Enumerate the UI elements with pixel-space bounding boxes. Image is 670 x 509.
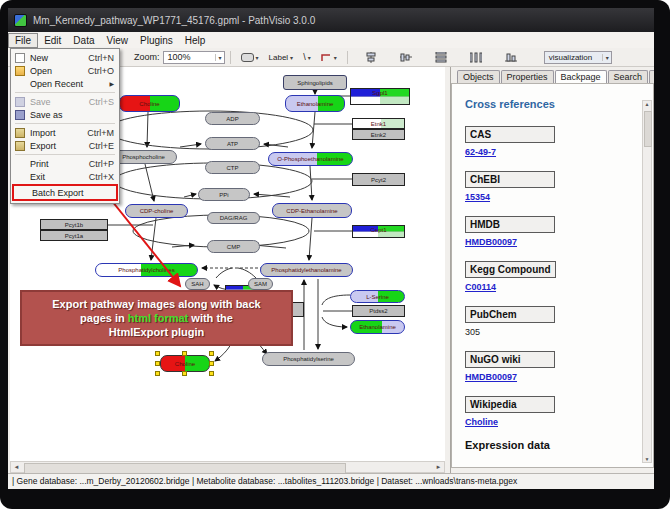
menu-item-import[interactable]: ImportCtrl+M bbox=[12, 126, 118, 139]
node-ethanolamine-2[interactable]: Ethanolamine bbox=[350, 320, 405, 334]
selection-handle[interactable] bbox=[182, 371, 187, 376]
node-cept1[interactable]: Cept1 bbox=[352, 225, 405, 238]
align-center-vertical-icon bbox=[365, 52, 377, 63]
chevron-down-icon[interactable]: ▾ bbox=[290, 54, 293, 61]
menu-view[interactable]: View bbox=[100, 34, 134, 47]
xref-link[interactable]: HMDB00097 bbox=[465, 237, 627, 247]
node-sah[interactable]: SAH bbox=[185, 278, 210, 290]
menu-item-open-recent[interactable]: Open Recent▶ bbox=[12, 77, 118, 90]
chevron-down-icon[interactable]: ▾ bbox=[256, 54, 259, 61]
distribute-horizontal-button[interactable] bbox=[466, 49, 486, 66]
node-cmp[interactable]: CMP bbox=[207, 240, 260, 253]
selection-handle[interactable] bbox=[155, 361, 160, 366]
annotation-line-3: HtmlExport plugin bbox=[22, 326, 291, 338]
node-phosphocholine[interactable]: Phosphocholine bbox=[110, 150, 177, 164]
backpage-section-kegg: Kegg Compound C00114 bbox=[465, 259, 627, 292]
menu-item-export[interactable]: ExportCtrl+E bbox=[12, 139, 118, 152]
backpage-section-chebi: ChEBI 15354 bbox=[465, 169, 627, 202]
xref-link[interactable]: 15354 bbox=[465, 192, 627, 202]
selection-handle[interactable] bbox=[182, 351, 187, 356]
node-ethanolamine[interactable]: Ethanolamine bbox=[285, 95, 345, 112]
chevron-down-icon[interactable]: ▾ bbox=[308, 54, 311, 61]
align-center-horizontal-button[interactable] bbox=[396, 49, 416, 66]
node-ppi[interactable]: PPi bbox=[198, 188, 250, 201]
menu-item-batch-export[interactable]: Batch Export bbox=[12, 184, 118, 201]
selection-handle[interactable] bbox=[209, 371, 214, 376]
node-ctp[interactable]: CTP bbox=[205, 161, 260, 174]
scroll-up-icon[interactable]: ▲ bbox=[645, 101, 650, 107]
chevron-down-icon[interactable]: ▾ bbox=[602, 54, 609, 61]
node-ptdss2[interactable]: Ptdss2 bbox=[352, 305, 405, 317]
chevron-down-icon[interactable]: ▾ bbox=[334, 54, 337, 61]
node-cdp-ethanolamine[interactable]: CDP-Ethanolamine bbox=[272, 203, 352, 218]
node-phosphatidylserine[interactable]: Phosphatidylserine bbox=[262, 352, 355, 366]
node-sam[interactable]: SAM bbox=[248, 278, 273, 290]
node-o-phosphoethanolamine[interactable]: O-Phosphoethanolamine bbox=[268, 152, 353, 166]
align-center-vertical-button[interactable] bbox=[361, 49, 381, 66]
line-tool-button[interactable]: \ ▾ bbox=[299, 49, 315, 66]
xref-link[interactable]: Choline bbox=[465, 417, 627, 427]
node-pcyt1b[interactable]: Pcyt1b bbox=[40, 219, 108, 230]
zoom-combobox[interactable]: 100% ▾ bbox=[163, 51, 225, 64]
backpage-heading: Cross references bbox=[465, 98, 627, 110]
node-pcyt2[interactable]: Pcyt2 bbox=[352, 173, 405, 186]
chevron-down-icon[interactable]: ▾ bbox=[215, 54, 222, 61]
menu-item-open[interactable]: OpenCtrl+O bbox=[12, 64, 118, 77]
node-dag[interactable]: DAG/RAG bbox=[207, 212, 260, 224]
menu-help[interactable]: Help bbox=[179, 34, 212, 47]
datanode-tool-button[interactable]: ▾ bbox=[237, 49, 263, 66]
node-etnk2[interactable]: Etnk2 bbox=[352, 129, 405, 140]
node-phosphatidylcholines[interactable]: Phosphatidylcholines bbox=[95, 263, 198, 277]
canvas-hscrollbar[interactable]: ◄ ► bbox=[10, 461, 445, 473]
tab-backpage[interactable]: Backpage bbox=[555, 70, 607, 84]
node-choline[interactable]: Choline bbox=[119, 95, 180, 112]
menu-file[interactable]: File bbox=[8, 33, 38, 48]
connector-tool-button[interactable]: ▾ bbox=[317, 49, 341, 66]
distribute-vertical-button[interactable] bbox=[431, 49, 451, 66]
menu-plugins[interactable]: Plugins bbox=[134, 34, 179, 47]
selection-handle[interactable] bbox=[209, 361, 214, 366]
tab-properties[interactable]: Properties bbox=[501, 70, 554, 83]
selection-handle[interactable] bbox=[209, 351, 214, 356]
node-sphingolipids[interactable]: Sphingolipids bbox=[283, 75, 347, 90]
node-l-serine[interactable]: L-Serine bbox=[350, 290, 405, 303]
scroll-left-icon[interactable]: ◄ bbox=[11, 464, 22, 470]
status-bar: | Gene database: ...m_Derby_20120602.bri… bbox=[8, 473, 654, 489]
xref-link[interactable]: HMDB00097 bbox=[465, 372, 627, 382]
xref-link[interactable]: 62-49-7 bbox=[465, 147, 627, 157]
label-tool-button[interactable]: Label ▾ bbox=[265, 49, 298, 66]
elbow-connector-icon bbox=[321, 52, 332, 62]
menu-item-print[interactable]: PrintCtrl+P bbox=[12, 157, 118, 170]
xref-link[interactable]: C00114 bbox=[465, 282, 627, 292]
menu-separator bbox=[15, 123, 115, 124]
menu-edit[interactable]: Edit bbox=[38, 34, 67, 47]
tab-search[interactable]: Search bbox=[608, 70, 649, 83]
node-sgpl1[interactable]: Sgpl1 bbox=[350, 88, 410, 105]
node-pcyt1a[interactable]: Pcyt1a bbox=[40, 230, 108, 241]
selection-handle[interactable] bbox=[155, 371, 160, 376]
title-bar[interactable]: Mm_Kennedy_pathway_WP1771_45176.gpml - P… bbox=[8, 8, 654, 32]
node-atp[interactable]: ATP bbox=[205, 137, 260, 150]
menu-data[interactable]: Data bbox=[67, 34, 100, 47]
panel-vscrollbar[interactable]: ▲ ▼ bbox=[642, 100, 652, 463]
menu-item-new[interactable]: NewCtrl+N bbox=[12, 51, 118, 64]
visualization-combobox[interactable]: visualization ▾ bbox=[544, 51, 612, 64]
menu-item-save[interactable]: SaveCtrl+S bbox=[12, 95, 118, 108]
tab-legend[interactable]: Legend bbox=[649, 70, 654, 83]
node-choline-selected[interactable]: Choline bbox=[160, 355, 210, 372]
scroll-right-icon[interactable]: ► bbox=[433, 464, 444, 470]
menu-item-save-as[interactable]: Save as bbox=[12, 108, 118, 121]
node-phosphatidylethanolamine[interactable]: Phosphatidylethanolamine bbox=[260, 263, 353, 277]
node-cdp-choline[interactable]: CDP-choline bbox=[125, 204, 188, 218]
selection-handle[interactable] bbox=[155, 351, 160, 356]
save-as-disk-icon bbox=[15, 110, 25, 120]
scroll-down-icon[interactable]: ▼ bbox=[645, 456, 650, 462]
datasource-header: NuGO wiki bbox=[465, 351, 555, 368]
import-icon bbox=[15, 128, 25, 138]
menu-item-exit[interactable]: ExitCtrl+X bbox=[12, 170, 118, 183]
tab-objects[interactable]: Objects bbox=[457, 70, 500, 83]
node-adp[interactable]: ADP bbox=[205, 112, 260, 125]
vscroll-thumb[interactable] bbox=[644, 111, 652, 147]
node-etnk1[interactable]: Etnk1 bbox=[352, 118, 405, 129]
align-bottom-button[interactable] bbox=[501, 49, 521, 66]
